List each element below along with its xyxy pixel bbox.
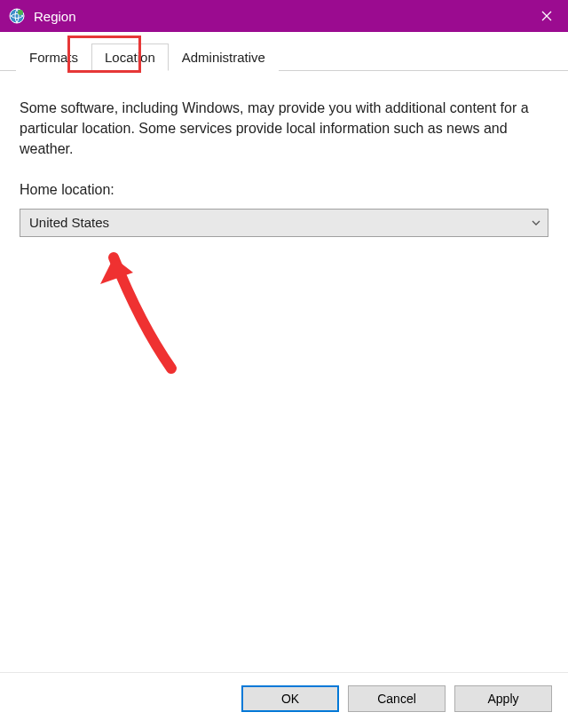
home-location-dropdown[interactable]: United States: [20, 209, 548, 237]
apply-button[interactable]: Apply: [454, 685, 552, 712]
close-icon: [541, 11, 552, 21]
app-icon: [9, 8, 25, 24]
tab-administrative[interactable]: Administrative: [169, 44, 279, 71]
tab-strip: Formats Location Administrative: [0, 32, 568, 71]
window-body: Formats Location Administrative Some sof…: [0, 32, 568, 728]
title-bar: Region: [0, 0, 568, 32]
tab-content: Some software, including Windows, may pr…: [0, 71, 568, 672]
ok-button[interactable]: OK: [241, 685, 339, 712]
tab-location[interactable]: Location: [91, 44, 169, 71]
chevron-down-icon: [532, 216, 540, 230]
tab-formats[interactable]: Formats: [16, 44, 91, 71]
dialog-buttons: OK Cancel Apply: [0, 672, 568, 728]
annotation-arrow: [96, 235, 202, 377]
home-location-label: Home location:: [20, 179, 548, 200]
description-text: Some software, including Windows, may pr…: [20, 98, 548, 160]
cancel-button[interactable]: Cancel: [348, 685, 446, 712]
window-title: Region: [34, 9, 76, 24]
svg-point-1: [18, 10, 23, 15]
close-button[interactable]: [525, 0, 568, 32]
dropdown-value: United States: [29, 213, 109, 233]
